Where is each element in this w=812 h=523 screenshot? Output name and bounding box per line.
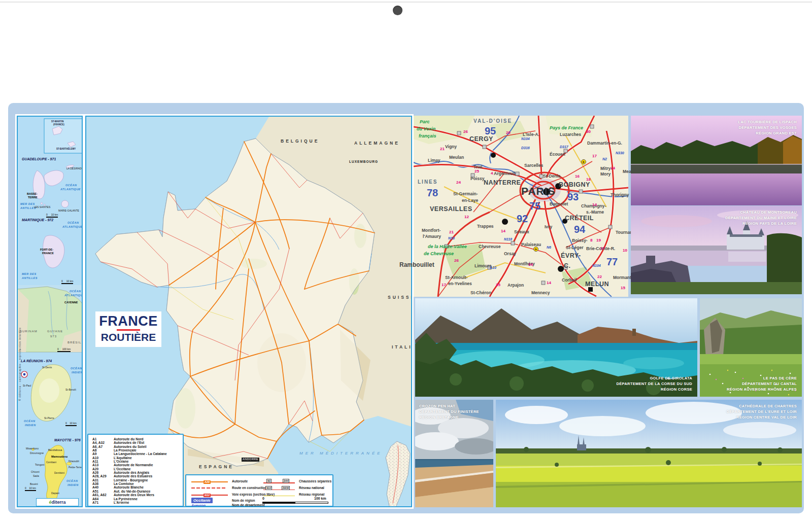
map-label: ATLANTIQUE [64,294,83,297]
map-label: 4 [491,171,493,176]
map-label: 21 [449,230,454,234]
calendar-map-page: ST-MARTIN(FRANCE)ST-BARTHÉLEMYGUADELOUPE… [8,103,804,513]
scale-bar [262,502,328,504]
map-label: OCÉAN [71,367,82,370]
map-label: 17 [442,283,446,287]
map-label: de la Haute-Vallée [428,245,467,249]
autoroute-legend-row: A71L'Arverne [92,501,183,504]
overseas-maps-sidebar: ST-MARTIN(FRANCE)ST-BARTHÉLEMYGUADELOUPE… [17,116,83,507]
map-label: Combani [46,461,56,464]
photo-lac-lispach: LAC TOURBIÈRE DE LISPACHDÉPARTEMENT DES … [631,116,802,205]
map-label: 75 [529,201,540,211]
construction-label: Route en construction [232,486,267,490]
autoroute-line-sample: A20 [191,481,228,482]
map-label: 93 [567,192,579,202]
photo-caption: GOLFE DE GIROLATADÉPARTEMENT DE LA CORSE… [617,376,692,393]
map-label: Chevreuse [479,245,500,249]
map-label: Limay [428,158,441,163]
map-label: Poissy [470,177,484,181]
photo-caption: CHÂTEAU DE MONTSOREAUDÉPARTEMENT DU MAIN… [725,210,797,227]
map-label: Écouen [550,152,565,157]
autoroute-legend-row: A28, A29Autoroute des Estuaires [92,474,183,478]
map-label: ST-MARTIN [51,121,64,123]
map-label: ALLEMAGNE [354,141,400,146]
map-label: Orsay [504,252,516,256]
photo-chateau-montsoreau: CHÂTEAU DE MONTSOREAUDÉPARTEMENT DU MAIN… [631,206,802,294]
map-label: (FRANCE) [53,124,64,126]
map-label: MARTINIQUE - 972 [22,218,53,222]
region-name-label: Nom de région [232,499,255,502]
autoroute-legend-rows: A1Autoroute du NordA4, A32Autoroutes de … [92,437,183,504]
map-label: MER MÉDITERRANÉE [299,451,383,456]
map-label: BOBIGNY [559,182,590,188]
map-label: St-Léger [566,246,583,250]
map-label: VERSAILLES [430,206,472,213]
map-label: ITALIE [392,345,412,350]
map-label: Petite-Terre [69,466,82,469]
road-number-tag: N10 [265,486,272,490]
map-label: Mtsamboro [26,447,39,450]
map-label: Mamoudzou [51,456,67,459]
map-label: 92 [517,214,528,224]
map-title-red-bar [117,329,140,331]
map-label: Chiconi [31,471,40,473]
map-label: Argenteuil [494,171,515,176]
map-label: St-Arnoult- [445,275,467,280]
map-label: OCÉAN [65,184,77,187]
paris-region-inset-map: VAL-D'OISELINES95789375949277PARISCERGYN… [414,116,628,297]
autoroute-legend-row: A51Aut. du Val-de-Durance [92,490,183,493]
map-label: St-Benoît [65,389,76,391]
map-label: 26 [454,259,459,263]
map-title-line1: FRANCE [95,315,161,328]
map-label: Bouéni [30,483,38,485]
photo-caption: CATHÉDRALE DE CHARTRESDÉPARTEMENT DE L'E… [726,404,797,421]
map-label: GUYANE [47,330,63,333]
regional-network-label: Réseau régional [299,493,324,496]
map-label: 12 [464,215,469,219]
map-label: OCÉAN [70,290,81,293]
map-title-line2: ROUTIÈRE [95,332,161,342]
autoroute-legend-row: A36La Comtoise [92,482,183,485]
map-label: NANTERRE [484,180,521,186]
map-label: ÉVRY- [561,253,581,259]
map-label: 8 [590,238,592,242]
map-label: 14 [501,229,505,233]
map-label: LINES [418,180,437,185]
map-label: N118 [504,237,512,241]
autoroute-legend-row: A4, A32Autoroutes de l'Est [92,441,183,444]
map-label: MARIE-GALANTE [58,210,79,212]
autoroute-legend-row: A31Lorraine - Bourgogne [92,478,183,482]
map-label: St-Paul [23,385,31,387]
map-label: CERGY [469,136,493,143]
map-label: 0 10 km [65,422,77,426]
map-label: ATLANTIQUE [62,226,83,229]
map-label: St-Chéron [470,291,491,295]
map-label: OCÉAN [66,480,78,483]
autoroute-legend-row: A26Autoroute des Anglais [92,471,183,474]
map-label: 19 [596,238,601,242]
map-label: Pays de France [550,126,583,130]
map-label: 17 [600,247,605,251]
autoroute-legend-row: A1Autoroute du Nord [92,437,183,441]
map-label: 94 [574,224,585,234]
map-label: 77 [606,257,618,267]
map-label: BASSE- [27,193,38,196]
map-label: Bandraboua [48,449,62,451]
map-label: de Chevreuse [424,252,454,256]
road-number-tag: D939 [282,486,290,490]
map-label: L'Isle-A. [523,132,539,137]
map-label: N104 [592,264,601,267]
map-label: ESPAGNE [199,465,234,469]
photo-crozon-pen-hat: CROZON PEN HATDÉPARTEMENT DU FINISTÈRERÉ… [415,400,493,507]
autoroute-legend-row: A11L'Océane [92,460,183,463]
map-label: St-Denis [543,174,560,179]
map-label: INDIEN [72,371,83,374]
map-label: FORT-DE- [40,249,53,252]
regional-network-sample [263,496,295,496]
map-label: Luzarches [560,132,581,137]
autoroute-legend-row: A13Autoroute de Normandie [92,463,183,467]
map-label: Palaiseau [521,242,541,247]
map-label: D317 [560,145,568,149]
express-badge: N12 [204,494,211,497]
photo-caption: LE PAS DE CÈREDÉPARTEMENT DU CANTALRÉGIO… [727,376,797,393]
